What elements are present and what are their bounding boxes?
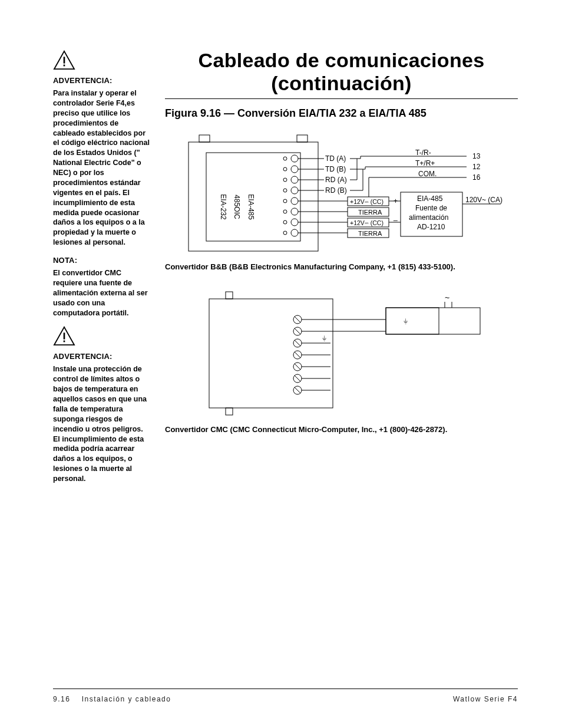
footer-page-number: 9.16 [53,695,70,703]
title-rule [165,98,518,99]
svg-line-88 [295,364,300,370]
footer-section: Instalación y cableado [82,695,171,703]
svg-point-25 [283,231,287,235]
svg-text:T+/R+: T+/R+ [415,159,435,167]
warning-icon [53,50,75,70]
svg-line-80 [295,317,300,322]
svg-point-22 [291,208,298,215]
svg-rect-2 [64,333,65,340]
svg-text:+: + [394,197,398,205]
svg-point-14 [291,166,298,173]
svg-text:TD (A): TD (A) [325,154,346,163]
svg-text:13: 13 [472,152,481,160]
svg-rect-1 [64,65,65,67]
figure-heading: Figura 9.16 — Conversión EIA/TIA 232 a E… [165,107,518,120]
svg-point-13 [283,167,287,171]
svg-text:+12V⎓ (CC): +12V⎓ (CC) [350,198,384,205]
svg-point-16 [291,176,298,183]
svg-text:16: 16 [472,173,481,182]
svg-text:EIA-232: EIA-232 [219,194,227,220]
svg-point-23 [283,220,287,224]
svg-point-15 [283,178,287,182]
warning2-heading: ADVERTENCIA: [53,352,150,361]
page-footer: 9.16 Instalación y cableado Watlow Serie… [53,689,518,703]
svg-text:TIERRA: TIERRA [358,209,382,216]
svg-text:AD-1210: AD-1210 [417,223,445,231]
svg-point-17 [283,189,287,192]
warning2-body: Instale una protección de control de lím… [53,364,150,484]
svg-point-20 [291,197,298,205]
svg-text:EIA-485: EIA-485 [247,194,255,220]
svg-text:alimentación: alimentación [409,213,448,222]
svg-text:_: _ [393,213,398,221]
svg-text:TD (B): TD (B) [325,165,346,173]
svg-point-24 [291,219,298,226]
warning-icon [53,326,75,346]
caption-bb: Convertidor B&B (B&B Electronics Manufac… [165,262,518,271]
diagram-cmc: ~ ⏚ ⏚ [165,284,518,417]
page-title: Cableado de comunicaciones (continuación… [165,49,518,95]
svg-rect-5 [199,135,210,142]
svg-text:~: ~ [445,293,449,302]
svg-rect-77 [226,292,233,299]
diagram-bb: EIA-232 485OIC EIA-485 [165,130,518,254]
svg-rect-101 [386,308,439,334]
note-heading: NOTA: [53,256,150,265]
svg-line-92 [295,387,300,393]
warning1-heading: ADVERTENCIA: [53,76,150,85]
svg-text:TIERRA: TIERRA [358,230,382,237]
svg-rect-100 [386,308,480,334]
svg-point-21 [283,210,287,213]
svg-point-12 [291,155,298,162]
caption-cmc: Convertidor CMC (CMC Connecticut Micro-C… [165,425,518,434]
svg-line-90 [295,375,300,381]
svg-line-86 [295,352,300,358]
sidebar: ADVERTENCIA: Para instalar y operar el c… [53,50,150,492]
svg-rect-78 [226,408,233,415]
svg-text:RD (B): RD (B) [325,186,347,195]
svg-text:⏚: ⏚ [322,334,327,342]
svg-text:COM.: COM. [418,170,437,178]
svg-rect-0 [64,57,65,63]
svg-text:485OIC: 485OIC [233,195,241,219]
svg-text:RD (A): RD (A) [325,176,347,184]
main-content: Cableado de comunicaciones (continuación… [165,50,518,492]
svg-text:T-/R-: T-/R- [415,149,431,157]
svg-point-18 [291,187,298,194]
svg-text:Fuente de: Fuente de [415,204,447,212]
footer-brand: Watlow Serie F4 [453,695,518,703]
svg-point-11 [283,157,287,160]
svg-line-84 [295,340,300,346]
svg-rect-6 [297,135,308,142]
svg-text:EIA-485: EIA-485 [417,195,443,203]
svg-rect-3 [64,341,65,342]
svg-text:120V~ (CA): 120V~ (CA) [465,196,503,204]
svg-text:+12V⎓ (CC): +12V⎓ (CC) [350,219,384,226]
note-body: El convertidor CMC requiere una fuente d… [53,268,150,318]
svg-rect-76 [209,299,333,408]
svg-point-19 [283,199,287,203]
warning1-body: Para instalar y operar el controlador Se… [53,88,150,248]
svg-text:12: 12 [472,163,481,171]
svg-point-26 [291,229,298,236]
svg-line-82 [295,328,300,334]
svg-text:⏚: ⏚ [404,317,408,325]
